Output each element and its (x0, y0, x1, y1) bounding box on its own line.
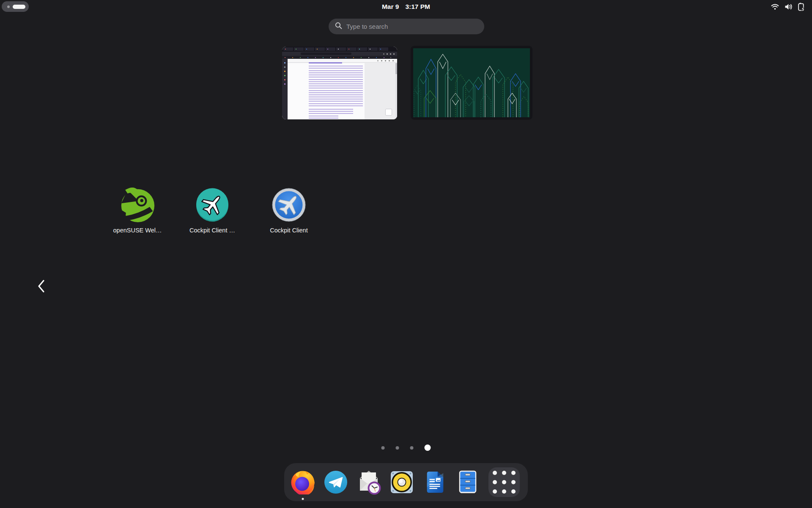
app-label: Cockpit Client (270, 227, 307, 234)
top-bar: Mar 9 3:17 PM (0, 0, 812, 14)
cockpit-client-blue-icon (272, 185, 306, 224)
app-grid-icon (488, 467, 520, 497)
clock-time: 3:17 PM (405, 3, 430, 11)
browser-url-bar (282, 52, 397, 56)
app-label: openSUSE Wel… (113, 227, 162, 234)
cockpit-client-teal-icon (195, 185, 229, 224)
app-cockpit-client-teal[interactable]: Cockpit Client … (187, 185, 238, 234)
browser-tab-strip (282, 47, 397, 52)
opensuse-geeko-icon (120, 185, 155, 224)
app-cockpit-client-blue[interactable]: Cockpit Client (263, 185, 314, 234)
page-dot-4-active[interactable] (425, 444, 431, 451)
document-page (288, 59, 397, 119)
dock-file-cabinet-button[interactable] (455, 470, 480, 494)
workspace-dot-inactive[interactable] (7, 6, 10, 8)
dock-telegram-button[interactable] (324, 470, 348, 494)
clock-date: Mar 9 (382, 3, 399, 11)
highlighted-text-column (309, 62, 363, 119)
workspace-indicator[interactable] (2, 1, 29, 12)
firefox-icon (291, 470, 315, 494)
envelope-clock-icon (357, 469, 381, 495)
page-counter-widget (385, 109, 392, 116)
clock-button[interactable]: Mar 9 3:17 PM (382, 0, 430, 14)
page-dot-1[interactable] (381, 446, 385, 450)
dock-show-apps-button[interactable] (488, 470, 520, 494)
dash-dock (284, 463, 528, 501)
previous-page-button[interactable] (34, 279, 49, 295)
speaker-icon (390, 470, 414, 494)
workspace-thumbnail-browser-window[interactable] (282, 47, 397, 119)
page-dot-3[interactable] (410, 446, 414, 450)
chevron-left-icon (36, 279, 47, 295)
dock-writer-button[interactable] (422, 470, 447, 494)
browser-sidebar-strip (282, 59, 288, 119)
writer-document-icon (423, 470, 447, 494)
workspace-pill-active[interactable] (13, 5, 25, 9)
dock-firefox-button[interactable] (291, 470, 315, 494)
terminal-city-art (413, 48, 530, 117)
browser-bookmarks-bar (282, 56, 397, 59)
battery-charging-icon (798, 3, 805, 11)
search-input[interactable]: Type to search (329, 19, 484, 34)
app-label: Cockpit Client … (189, 227, 235, 234)
system-status-area[interactable] (771, 0, 805, 14)
wifi-icon (771, 3, 779, 10)
telegram-icon (324, 470, 348, 494)
dock-audio-player-button[interactable] (390, 470, 414, 494)
dock-mail-clock-button[interactable] (357, 470, 381, 494)
search-placeholder: Type to search (346, 23, 388, 30)
search-icon (335, 22, 342, 31)
page-dot-2[interactable] (396, 446, 399, 450)
app-opensuse-welcome[interactable]: openSUSE Wel… (112, 185, 163, 234)
file-cabinet-icon (456, 470, 479, 494)
page-indicator (381, 444, 431, 451)
firefox-running-indicator (302, 498, 304, 500)
volume-icon (785, 3, 793, 10)
workspace-thumbnail-terminal-art[interactable] (411, 46, 532, 120)
